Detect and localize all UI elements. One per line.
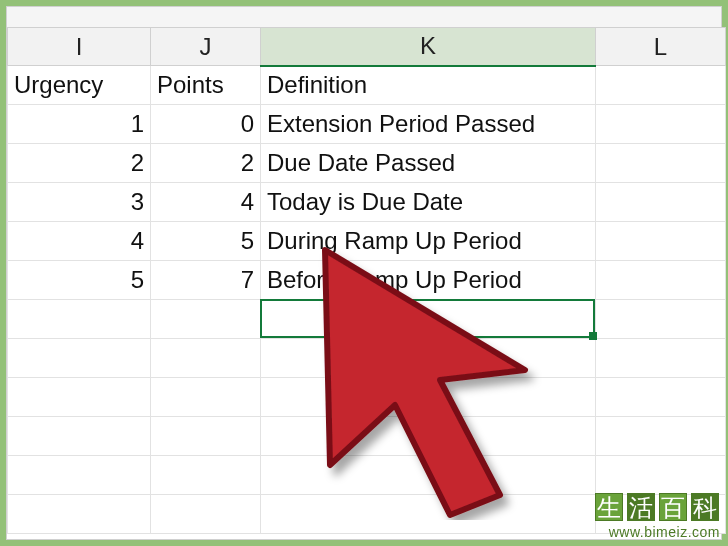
table-row: 4 5 During Ramp Up Period	[8, 222, 726, 261]
col-header-I[interactable]: I	[8, 28, 151, 66]
header-urgency[interactable]: Urgency	[8, 66, 151, 105]
cell-urgency[interactable]: 5	[8, 261, 151, 300]
cell-L[interactable]	[596, 183, 726, 222]
col-header-K[interactable]: K	[261, 28, 596, 66]
cell-L[interactable]	[596, 105, 726, 144]
table-row: 5 7 Before Ramp Up Period	[8, 261, 726, 300]
col-header-L[interactable]: L	[596, 28, 726, 66]
cell-L[interactable]	[596, 261, 726, 300]
cell-L[interactable]	[596, 222, 726, 261]
cell-K7-selected[interactable]	[261, 300, 596, 339]
spreadsheet-area[interactable]: I J K L Urgency Points Definition 1 0 Ex…	[7, 27, 721, 539]
cell-J7[interactable]	[151, 300, 261, 339]
table-row	[8, 417, 726, 456]
table-row: 2 2 Due Date Passed	[8, 144, 726, 183]
grid-table: I J K L Urgency Points Definition 1 0 Ex…	[7, 27, 726, 534]
header-points[interactable]: Points	[151, 66, 261, 105]
cell-points[interactable]: 5	[151, 222, 261, 261]
cell-urgency[interactable]: 1	[8, 105, 151, 144]
table-row: 1 0 Extension Period Passed	[8, 105, 726, 144]
cell-points[interactable]: 2	[151, 144, 261, 183]
header-row: Urgency Points Definition	[8, 66, 726, 105]
cell-definition[interactable]: Before Ramp Up Period	[261, 261, 596, 300]
cell-definition[interactable]: Today is Due Date	[261, 183, 596, 222]
cell-definition[interactable]: Extension Period Passed	[261, 105, 596, 144]
cell-points[interactable]: 4	[151, 183, 261, 222]
cell-definition[interactable]: During Ramp Up Period	[261, 222, 596, 261]
table-row	[8, 456, 726, 495]
spreadsheet-window: I J K L Urgency Points Definition 1 0 Ex…	[6, 6, 722, 540]
cell-L7[interactable]	[596, 300, 726, 339]
table-row	[8, 495, 726, 534]
cell-definition[interactable]: Due Date Passed	[261, 144, 596, 183]
column-header-row: I J K L	[8, 28, 726, 66]
header-definition[interactable]: Definition	[261, 66, 596, 105]
cell-urgency[interactable]: 4	[8, 222, 151, 261]
cell-points[interactable]: 7	[151, 261, 261, 300]
cell-urgency[interactable]: 3	[8, 183, 151, 222]
cell-I7[interactable]	[8, 300, 151, 339]
cell-L[interactable]	[596, 144, 726, 183]
table-row	[8, 339, 726, 378]
table-row: 3 4 Today is Due Date	[8, 183, 726, 222]
table-row	[8, 300, 726, 339]
col-header-J[interactable]: J	[151, 28, 261, 66]
table-row	[8, 378, 726, 417]
cell-urgency[interactable]: 2	[8, 144, 151, 183]
cell-points[interactable]: 0	[151, 105, 261, 144]
cell-L1[interactable]	[596, 66, 726, 105]
